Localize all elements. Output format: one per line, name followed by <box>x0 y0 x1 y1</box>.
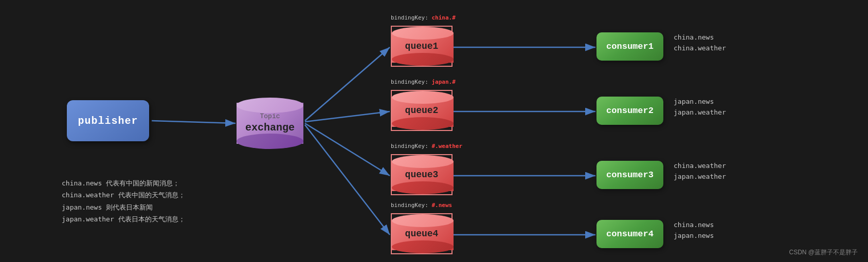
consumer1-box: consumer1 <box>596 32 663 61</box>
consumer3-label: consumer3 <box>606 170 654 180</box>
svg-line-3 <box>305 111 390 122</box>
queue2-top <box>392 91 454 104</box>
queue3-top <box>392 155 454 168</box>
queue1-top <box>392 27 454 40</box>
exchange-line1: Topic <box>245 113 295 121</box>
queue4-bk-value: #.news <box>431 202 452 209</box>
consumer2-label: consumer2 <box>606 106 654 116</box>
queue1-bk-text: bindingKey: <box>391 14 431 21</box>
consumer4-route2: japan.news <box>674 231 714 241</box>
queue3-bottom <box>392 181 454 194</box>
consumer1-route2: china.weather <box>674 43 726 54</box>
publisher-box: publisher <box>67 100 149 141</box>
queue1-label: queue1 <box>405 41 439 51</box>
svg-line-2 <box>305 47 390 121</box>
queue4-top <box>392 214 454 227</box>
queue4-cylinder: queue4 <box>391 213 453 254</box>
queue3-bk-value: #.weather <box>431 143 462 149</box>
consumer4-box: consumer4 <box>596 220 663 248</box>
queue3-cylinder: queue3 <box>391 154 453 195</box>
exchange-wrap: Topic exchange <box>237 98 303 149</box>
consumer1-routes: china.news china.weather <box>674 32 726 54</box>
queue4-bottom <box>392 240 454 253</box>
queue2-cylinder: queue2 <box>391 90 453 131</box>
queue1-wrap: bindingKey: china.# queue1 <box>391 26 453 67</box>
consumer3-routes: china.weather japan.weather <box>674 161 726 182</box>
exchange-text: Topic exchange <box>245 113 295 135</box>
consumer4-label: consumer4 <box>606 229 654 239</box>
consumer3-route2: japan.weather <box>674 172 726 182</box>
queue2-label: queue2 <box>405 105 439 116</box>
queue3-wrap: bindingKey: #.weather queue3 <box>391 154 453 195</box>
svg-line-1 <box>152 121 236 123</box>
queue1-bottom <box>392 53 454 66</box>
publisher-label: publisher <box>78 115 138 127</box>
consumer3-route1: china.weather <box>674 161 726 172</box>
exchange-bottom <box>237 134 303 149</box>
queue2-binding-key: bindingKey: japan.# <box>391 79 453 85</box>
consumer1-route1: china.news <box>674 32 726 43</box>
queue4-bk-text: bindingKey: <box>391 202 431 209</box>
queue1-cylinder: queue1 <box>391 26 453 67</box>
queue2-bk-text: bindingKey: <box>391 79 431 85</box>
svg-line-5 <box>305 125 390 235</box>
canvas: publisher Topic exchange bindingKey: chi… <box>0 0 868 262</box>
queue4-wrap: bindingKey: #.news queue4 <box>391 213 453 254</box>
queue4-binding-key: bindingKey: #.news <box>391 202 453 209</box>
consumer2-routes: japan.news japan.weather <box>674 97 726 118</box>
queue2-bk-value: japan.# <box>431 79 455 85</box>
desc-line4: japan.weather 代表日本的天气消息； <box>62 213 185 225</box>
consumer2-route1: japan.news <box>674 97 726 107</box>
exchange-top <box>237 98 303 113</box>
desc-line2: china.weather 代表中国的天气消息； <box>62 189 185 201</box>
exchange-line2: exchange <box>245 121 295 135</box>
queue3-bk-text: bindingKey: <box>391 143 431 149</box>
queue3-binding-key: bindingKey: #.weather <box>391 143 453 149</box>
queue1-bk-value: china.# <box>431 14 455 21</box>
exchange-cylinder: Topic exchange <box>237 98 303 149</box>
description: china.news 代表有中国的新闻消息； china.weather 代表中… <box>62 177 185 226</box>
consumer4-routes: china.news japan.news <box>674 220 714 241</box>
consumer1-label: consumer1 <box>606 42 654 51</box>
desc-line3: japan.news 则代表日本新闻 <box>62 201 185 213</box>
desc-line1: china.news 代表有中国的新闻消息； <box>62 177 185 189</box>
consumer3-box: consumer3 <box>596 161 663 189</box>
queue2-wrap: bindingKey: japan.# queue2 <box>391 90 453 131</box>
consumer4-route1: china.news <box>674 220 714 231</box>
watermark: CSDN @蓝胖子不是胖子 <box>789 248 858 257</box>
svg-line-4 <box>305 123 390 176</box>
queue1-binding-key: bindingKey: china.# <box>391 14 453 21</box>
queue3-label: queue3 <box>405 170 439 180</box>
queue2-bottom <box>392 117 454 130</box>
queue4-label: queue4 <box>405 229 439 239</box>
consumer2-box: consumer2 <box>596 97 663 125</box>
consumer2-route2: japan.weather <box>674 107 726 118</box>
